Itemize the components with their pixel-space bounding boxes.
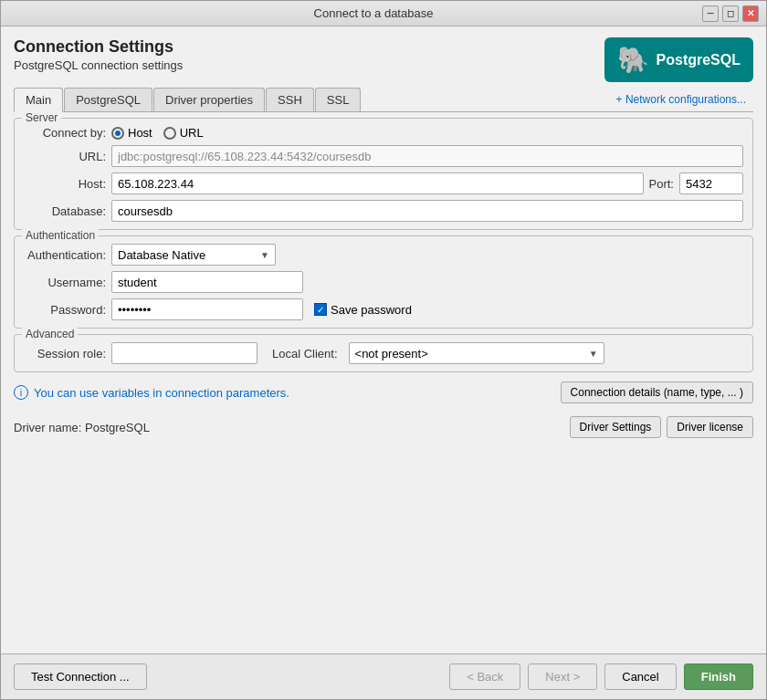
radio-url[interactable]: URL <box>163 126 204 140</box>
auth-type-select[interactable]: Database Native ▼ <box>111 244 276 266</box>
auth-type-row: Authentication: Database Native ▼ <box>24 244 743 266</box>
save-password-checkbox[interactable] <box>314 303 327 316</box>
finish-button[interactable]: Finish <box>684 663 753 690</box>
back-button[interactable]: < Back <box>449 663 520 690</box>
advanced-section: Advanced Session role: Local Client: <no… <box>14 334 753 372</box>
advanced-row: Session role: Local Client: <not present… <box>24 342 743 364</box>
postgresql-icon: 🐘 <box>617 45 649 75</box>
save-password-label: Save password <box>331 303 412 317</box>
auth-section-label: Authentication <box>22 229 99 242</box>
postgresql-logo: 🐘 PostgreSQL <box>604 37 753 82</box>
session-role-input[interactable] <box>111 342 257 364</box>
bottom-bar: Test Connection ... < Back Next > Cancel… <box>1 653 766 699</box>
auth-type-value: Database Native <box>118 248 205 262</box>
database-row: Database: <box>24 200 743 222</box>
session-role-label: Session role: <box>24 347 106 360</box>
port-input[interactable] <box>679 172 743 194</box>
auth-section: Authentication Authentication: Database … <box>14 235 753 329</box>
local-client-arrow: ▼ <box>589 349 598 359</box>
password-input[interactable] <box>111 298 303 320</box>
network-configurations-link[interactable]: + Network configurations... <box>609 89 753 110</box>
driver-info: Driver name: PostgreSQL <box>14 421 150 434</box>
tab-ssh[interactable]: SSH <box>266 88 314 111</box>
connect-by-label: Connect by: <box>24 126 106 140</box>
server-section: Server Connect by: Host URL URL: <box>14 118 753 230</box>
save-password-group: Save password <box>314 303 412 317</box>
header-row: Connection Settings PostgreSQL connectio… <box>14 37 753 82</box>
variables-link[interactable]: i You can use variables in connection pa… <box>14 385 289 400</box>
postgresql-logo-text: PostgreSQL <box>657 52 741 68</box>
url-row: URL: <box>24 145 743 167</box>
port-label: Port: <box>649 177 674 191</box>
driver-name-label: Driver name: <box>14 421 81 434</box>
tab-main[interactable]: Main <box>14 88 63 112</box>
host-label: Host: <box>24 177 106 191</box>
host-input[interactable] <box>111 172 644 194</box>
test-connection-button[interactable]: Test Connection ... <box>14 663 147 690</box>
main-window: Connect to a database ─ ◻ ✕ Connection S… <box>0 0 767 700</box>
database-label: Database: <box>24 204 106 218</box>
radio-host[interactable]: Host <box>111 126 152 140</box>
driver-settings-button[interactable]: Driver Settings <box>570 416 662 438</box>
window-title: Connect to a database <box>45 6 702 20</box>
content-area: Connection Settings PostgreSQL connectio… <box>1 26 766 653</box>
radio-host-circle[interactable] <box>111 127 124 140</box>
header-left: Connection Settings PostgreSQL connectio… <box>14 37 183 72</box>
radio-host-label: Host <box>128 126 152 140</box>
tabs-bar: Main PostgreSQL Driver properties SSH SS… <box>14 88 753 112</box>
connect-by-row: Connect by: Host URL <box>24 126 743 140</box>
connection-details-button[interactable]: Connection details (name, type, ... ) <box>561 381 753 403</box>
tab-postgresql[interactable]: PostgreSQL <box>64 88 152 111</box>
host-row: Host: Port: <box>24 172 743 194</box>
username-label: Username: <box>24 276 106 289</box>
connection-settings-subtitle: PostgreSQL connection settings <box>14 58 183 72</box>
tab-ssl[interactable]: SSL <box>315 88 362 111</box>
server-section-label: Server <box>22 111 61 124</box>
username-input[interactable] <box>111 271 303 293</box>
variables-link-text: You can use variables in connection para… <box>34 386 289 400</box>
next-button[interactable]: Next > <box>528 663 597 690</box>
local-client-select[interactable]: <not present> ▼ <box>349 342 604 364</box>
url-label: URL: <box>24 150 106 163</box>
username-row: Username: <box>24 271 743 293</box>
radio-url-label: URL <box>180 126 204 140</box>
maximize-button[interactable]: ◻ <box>722 5 739 22</box>
window-controls: ─ ◻ ✕ <box>702 5 759 22</box>
info-row: i You can use variables in connection pa… <box>14 378 753 407</box>
password-label: Password: <box>24 303 106 317</box>
connection-settings-title: Connection Settings <box>14 37 183 57</box>
database-input[interactable] <box>111 200 743 222</box>
tab-driver-properties[interactable]: Driver properties <box>153 88 265 111</box>
password-row: Password: Save password <box>24 298 743 320</box>
driver-buttons: Driver Settings Driver license <box>570 416 753 438</box>
advanced-section-label: Advanced <box>22 328 78 340</box>
driver-row: Driver name: PostgreSQL Driver Settings … <box>14 413 753 442</box>
info-icon: i <box>14 385 28 400</box>
connect-by-radio-group: Host URL <box>111 126 204 140</box>
close-button[interactable]: ✕ <box>742 5 759 22</box>
cancel-button[interactable]: Cancel <box>604 663 676 690</box>
minimize-button[interactable]: ─ <box>702 5 719 22</box>
local-client-label: Local Client: <box>272 347 338 360</box>
url-input[interactable] <box>111 145 743 167</box>
radio-url-circle[interactable] <box>163 127 176 140</box>
auth-dropdown-arrow: ▼ <box>260 250 269 260</box>
local-client-value: <not present> <box>355 347 428 360</box>
content-spacer <box>14 447 753 646</box>
auth-type-label: Authentication: <box>24 248 106 262</box>
driver-license-button[interactable]: Driver license <box>667 416 753 438</box>
driver-name-value: PostgreSQL <box>85 421 150 434</box>
title-bar: Connect to a database ─ ◻ ✕ <box>1 1 766 26</box>
